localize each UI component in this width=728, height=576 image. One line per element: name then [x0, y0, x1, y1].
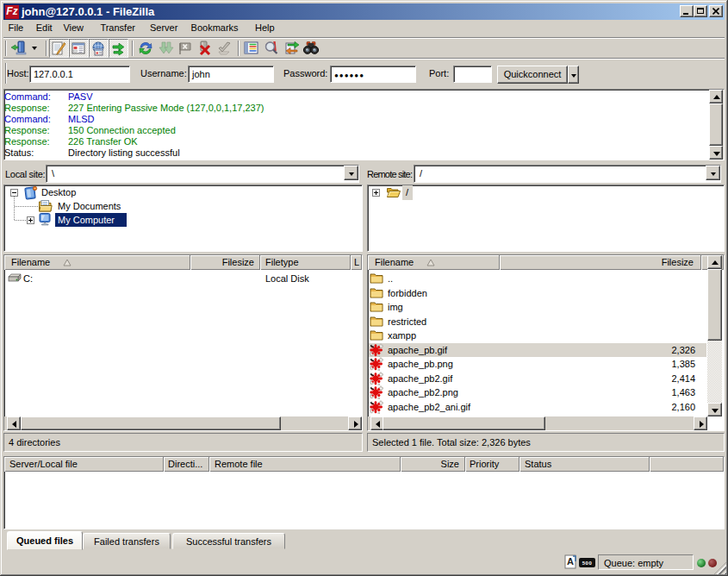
svg-text:A: A — [567, 556, 574, 567]
